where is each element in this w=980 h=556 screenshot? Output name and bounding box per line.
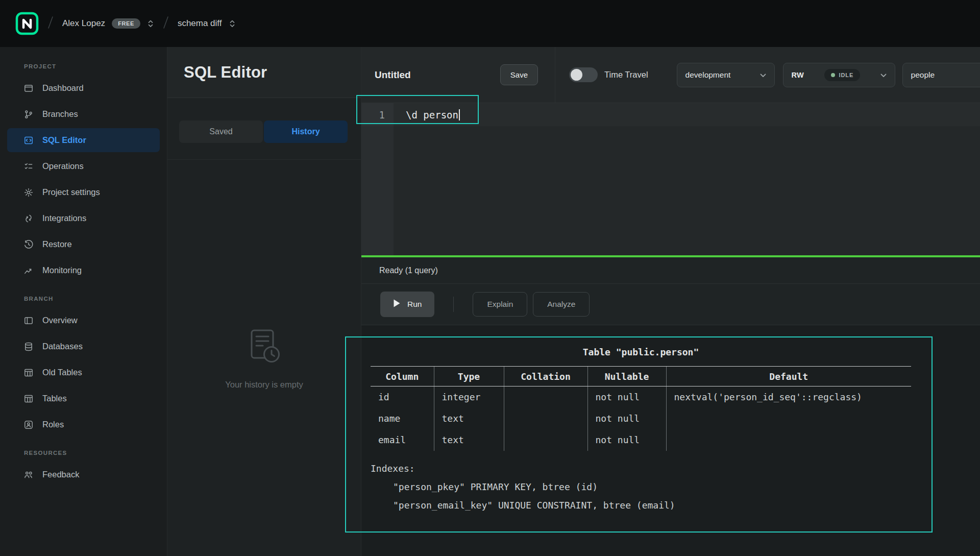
operations-icon: [23, 161, 34, 172]
breadcrumb-project[interactable]: schema diff: [178, 18, 236, 29]
plan-badge: FREE: [112, 18, 140, 29]
tab-history[interactable]: History: [264, 120, 348, 143]
sidebar-item-integrations[interactable]: Integrations: [7, 206, 160, 230]
results-header-row: ColumnTypeCollationNullableDefault: [371, 367, 911, 386]
sidebar-item-label: Restore: [42, 239, 72, 249]
explain-button[interactable]: Explain: [473, 292, 527, 317]
sidebar-item-sql-editor[interactable]: SQL Editor: [7, 128, 160, 152]
breadcrumb-slash: [47, 15, 54, 32]
sidebar-item-restore[interactable]: Restore: [7, 232, 160, 256]
sidebar-item-label: Dashboard: [42, 83, 84, 93]
sidebar-item-overview[interactable]: Overview: [7, 308, 160, 332]
index-entry: "person_pkey" PRIMARY KEY, btree (id): [371, 478, 980, 496]
text-cursor: [459, 109, 460, 120]
results-cell: nextval('person_id_seq'::regclass): [666, 386, 911, 408]
results-cell: [666, 408, 911, 429]
branches-icon: [23, 109, 34, 119]
save-button[interactable]: Save: [500, 64, 538, 85]
editor-header: Untitled Save Time Travel development RW…: [361, 47, 980, 103]
run-button-label: Run: [407, 300, 422, 309]
query-title-bar: Untitled Save: [361, 47, 555, 103]
editor-main: Untitled Save Time Travel development RW…: [361, 47, 980, 556]
sidebar-item-monitoring[interactable]: Monitoring: [7, 258, 160, 282]
chevron-down-icon: [760, 70, 766, 80]
org-name: Alex Lopez: [62, 18, 105, 29]
chevron-updown-icon: [229, 19, 236, 28]
results-cell: id: [371, 386, 434, 408]
breadcrumb-org[interactable]: Alex Lopez FREE: [62, 18, 154, 29]
panel-header: SQL Editor: [167, 47, 361, 98]
results-table: ColumnTypeCollationNullableDefault idint…: [371, 366, 911, 451]
code-editor[interactable]: 1 \d person: [361, 103, 980, 255]
sidebar-item-label: Integrations: [42, 213, 86, 223]
branch-dropdown[interactable]: development: [677, 63, 775, 87]
database-dropdown[interactable]: people: [902, 63, 980, 87]
time-travel-toggle[interactable]: [569, 67, 598, 82]
code-text: \d person: [406, 109, 458, 120]
sidebar-item-label: Project settings: [42, 187, 100, 197]
dashboard-icon: [23, 83, 34, 93]
results-cell: [666, 429, 911, 451]
editor-controls-bar: Time Travel development RW IDLE: [555, 47, 980, 103]
results-cell: integer: [434, 386, 504, 408]
results-row: emailtextnot null: [371, 429, 911, 451]
chevron-down-icon: [880, 70, 887, 80]
rw-mode-label: RW: [792, 71, 804, 79]
gear-icon: [23, 187, 34, 198]
branch-dropdown-value: development: [685, 70, 731, 80]
app-root: Alex Lopez FREE schema diff PROJECTDashb…: [0, 0, 980, 556]
results-cell: [504, 429, 587, 451]
history-empty-icon: [242, 327, 287, 370]
results-cell: [504, 408, 587, 429]
results-cell: not null: [587, 429, 666, 451]
sidebar-item-tables[interactable]: Tables: [7, 386, 160, 410]
sidebar-item-feedback[interactable]: Feedback: [7, 463, 160, 487]
sidebar-section-label: PROJECT: [24, 63, 159, 69]
sidebar-item-label: Branches: [42, 109, 78, 119]
neon-logo-icon[interactable]: [15, 12, 39, 35]
sidebar-item-label: Tables: [42, 394, 67, 403]
compute-status-text: IDLE: [839, 72, 854, 78]
results-table-title: Table "public.person": [371, 347, 911, 357]
results-column-header: Nullable: [587, 367, 666, 386]
results-cell: text: [434, 408, 504, 429]
sidebar-item-dashboard[interactable]: Dashboard: [7, 76, 160, 100]
index-entry: "person_email_key" UNIQUE CONSTRAINT, bt…: [371, 496, 980, 515]
history-panel-body: Your history is empty: [167, 160, 361, 556]
results-cell: email: [371, 429, 434, 451]
sidebar-item-operations[interactable]: Operations: [7, 154, 160, 178]
code-line[interactable]: 1 \d person: [361, 103, 980, 126]
feedback-icon: [23, 470, 34, 480]
sql-editor-panel: SQL Editor Saved History Your history is…: [167, 47, 361, 556]
sidebar-item-label: Roles: [42, 420, 64, 429]
sidebar-item-label: Old Tables: [42, 368, 82, 377]
sidebar-item-branches[interactable]: Branches: [7, 102, 160, 126]
compute-status-pill: IDLE: [824, 69, 861, 81]
query-title: Untitled: [375, 69, 411, 81]
sidebar-item-roles[interactable]: Roles: [7, 413, 160, 437]
run-button[interactable]: Run: [380, 292, 434, 317]
sql-editor-icon: [23, 135, 34, 146]
indexes-label: Indexes:: [371, 460, 980, 478]
sidebar: PROJECTDashboardBranchesSQL EditorOperat…: [0, 47, 167, 556]
sidebar-item-old-tables[interactable]: Old Tables: [7, 360, 160, 384]
sidebar-item-label: Monitoring: [42, 265, 82, 275]
project-name: schema diff: [178, 18, 222, 29]
results-cell: [504, 386, 587, 408]
results-column-header: Column: [371, 367, 434, 386]
analyze-button[interactable]: Analyze: [533, 292, 590, 317]
time-travel-label: Time Travel: [604, 70, 648, 80]
tab-saved[interactable]: Saved: [179, 120, 263, 143]
line-number: 1: [361, 109, 394, 120]
roles-icon: [23, 420, 34, 430]
sidebar-item-label: SQL Editor: [42, 135, 86, 145]
results-cell: not null: [587, 386, 666, 408]
tabs-wrap: Saved History: [167, 98, 361, 160]
sidebar-item-project-settings[interactable]: Project settings: [7, 180, 160, 204]
results-row: idintegernot nullnextval('person_id_seq'…: [371, 386, 911, 408]
results-column-header: Type: [434, 367, 504, 386]
sidebar-item-databases[interactable]: Databases: [7, 334, 160, 358]
compute-status-dropdown[interactable]: RW IDLE: [783, 63, 895, 87]
top-bar: Alex Lopez FREE schema diff: [0, 0, 980, 47]
toggle-knob: [571, 69, 582, 81]
